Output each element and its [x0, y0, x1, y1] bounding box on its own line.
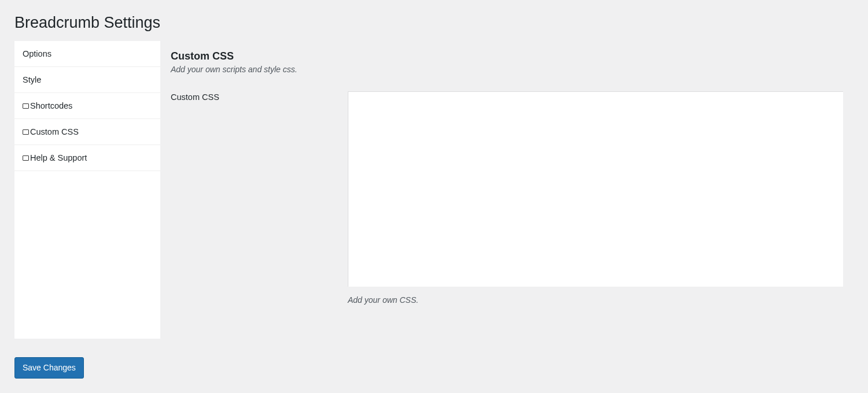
- sidebar: Options Style Shortcodes Custom CSS Help…: [14, 41, 160, 339]
- save-button[interactable]: Save Changes: [14, 357, 84, 379]
- sidebar-item-label: Options: [23, 49, 52, 58]
- settings-wrapper: Options Style Shortcodes Custom CSS Help…: [14, 41, 854, 339]
- sidebar-item-label: Help & Support: [30, 153, 87, 162]
- field-control: Add your own CSS.: [348, 91, 843, 305]
- custom-css-textarea[interactable]: [348, 91, 843, 287]
- sidebar-item-label: Shortcodes: [30, 101, 72, 110]
- sidebar-item-style[interactable]: Style: [14, 67, 160, 93]
- sidebar-item-custom-css[interactable]: Custom CSS: [14, 119, 160, 145]
- field-label: Custom CSS: [171, 91, 348, 102]
- main-content: Custom CSS Add your own scripts and styl…: [160, 41, 854, 339]
- rectangle-icon: [23, 129, 29, 135]
- sidebar-item-shortcodes[interactable]: Shortcodes: [14, 93, 160, 119]
- field-row-custom-css: Custom CSS Add your own CSS.: [171, 91, 843, 305]
- rectangle-icon: [23, 103, 29, 109]
- section-subtitle: Add your own scripts and style css.: [171, 65, 843, 74]
- sidebar-item-help-support[interactable]: Help & Support: [14, 145, 160, 171]
- sidebar-item-label: Style: [23, 75, 41, 84]
- rectangle-icon: [23, 155, 29, 161]
- save-button-wrapper: Save Changes: [0, 339, 868, 379]
- section-title: Custom CSS: [171, 50, 843, 62]
- sidebar-item-label: Custom CSS: [30, 127, 79, 136]
- page-title: Breadcrumb Settings: [0, 0, 868, 41]
- field-help: Add your own CSS.: [348, 295, 843, 305]
- sidebar-item-options[interactable]: Options: [14, 41, 160, 67]
